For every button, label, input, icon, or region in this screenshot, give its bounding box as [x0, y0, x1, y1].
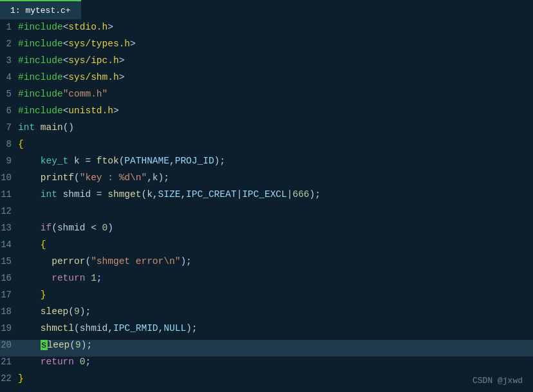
line-num-9: 9: [0, 156, 18, 166]
line-num-22: 22: [0, 373, 18, 384]
line-num-5: 5: [0, 89, 18, 99]
line-content-5: #include"comm.h": [18, 89, 108, 99]
code-line-8: 8 {: [0, 139, 533, 156]
line-content-8: {: [18, 139, 24, 149]
code-line-6: 6 #include<unistd.h>: [0, 106, 533, 122]
tab-bar: 1: mytest.c+: [0, 0, 533, 19]
watermark: CSDN @jxwd: [472, 376, 523, 386]
code-line-22: 22 }: [0, 373, 533, 390]
code-line-4: 4 #include<sys/shm.h>: [0, 72, 533, 89]
code-line-2: 2 #include<sys/types.h>: [0, 39, 533, 55]
line-content-14: {: [18, 239, 46, 250]
line-num-4: 4: [0, 72, 18, 82]
line-num-21: 21: [0, 357, 18, 367]
watermark-text: CSDN @jxwd: [472, 376, 523, 386]
line-content-2: #include<sys/types.h>: [18, 39, 136, 49]
code-line-7: 7 int main(): [0, 122, 533, 139]
line-content-6: #include<unistd.h>: [18, 106, 119, 116]
line-num-15: 15: [0, 256, 18, 266]
line-content-21: return 0;: [18, 357, 91, 367]
tab-label: 1: mytest.c+: [10, 6, 71, 15]
code-line-20: 20 sleep(9);: [0, 340, 533, 357]
line-num-8: 8: [0, 139, 18, 149]
line-num-20: 20: [0, 340, 18, 350]
line-num-1: 1: [0, 22, 18, 32]
line-content-3: #include<sys/ipc.h>: [18, 55, 124, 66]
code-line-19: 19 shmctl(shmid,IPC_RMID,NULL);: [0, 323, 533, 340]
code-line-17: 17 }: [0, 290, 533, 306]
active-tab[interactable]: 1: mytest.c+: [0, 0, 81, 19]
line-num-13: 13: [0, 223, 18, 233]
line-content-16: return 1;: [18, 273, 102, 283]
line-num-16: 16: [0, 273, 18, 283]
code-line-11: 11 int shmid = shmget(k,SIZE,IPC_CREAT|I…: [0, 189, 533, 206]
line-content-22: }: [18, 373, 24, 384]
line-num-17: 17: [0, 290, 18, 300]
line-num-12: 12: [0, 206, 18, 216]
line-num-10: 10: [0, 173, 18, 183]
line-content-20: sleep(9);: [18, 340, 92, 350]
code-line-3: 3 #include<sys/ipc.h>: [0, 55, 533, 72]
line-num-18: 18: [0, 306, 18, 317]
code-line-5: 5 #include"comm.h": [0, 89, 533, 106]
line-num-3: 3: [0, 55, 18, 66]
line-content-11: int shmid = shmget(k,SIZE,IPC_CREAT|IPC_…: [18, 189, 321, 200]
line-num-14: 14: [0, 239, 18, 250]
line-num-6: 6: [0, 106, 18, 116]
line-content-18: sleep(9);: [18, 306, 91, 317]
line-content-7: int main(): [18, 122, 74, 133]
line-content-4: #include<sys/shm.h>: [18, 72, 124, 82]
code-line-13: 13 if(shmid < 0): [0, 223, 533, 239]
line-content-17: }: [18, 290, 46, 300]
line-content-15: perror("shmget error\n");: [18, 256, 192, 266]
code-line-15: 15 perror("shmget error\n");: [0, 256, 533, 273]
code-area: 1 #include<stdio.h> 2 #include<sys/types…: [0, 19, 533, 392]
code-line-9: 9 key_t k = ftok(PATHNAME,PROJ_ID);: [0, 156, 533, 173]
code-line-16: 16 return 1;: [0, 273, 533, 290]
line-content-1: #include<stdio.h>: [18, 22, 113, 32]
line-content-9: key_t k = ftok(PATHNAME,PROJ_ID);: [18, 156, 225, 166]
line-content-19: shmctl(shmid,IPC_RMID,NULL);: [18, 323, 198, 333]
editor-container: 1: mytest.c+ 1 #include<stdio.h> 2 #incl…: [0, 0, 533, 392]
line-num-2: 2: [0, 39, 18, 49]
line-content-13: if(shmid < 0): [18, 223, 113, 233]
code-line-12: 12: [0, 206, 533, 223]
code-line-21: 21 return 0;: [0, 357, 533, 373]
code-line-14: 14 {: [0, 239, 533, 256]
code-line-18: 18 sleep(9);: [0, 306, 533, 323]
line-num-7: 7: [0, 122, 18, 133]
code-line-1: 1 #include<stdio.h>: [0, 22, 533, 39]
line-content-10: printf("key : %d\n",k);: [18, 173, 169, 183]
code-line-10: 10 printf("key : %d\n",k);: [0, 173, 533, 189]
line-num-19: 19: [0, 323, 18, 333]
line-num-11: 11: [0, 189, 18, 200]
